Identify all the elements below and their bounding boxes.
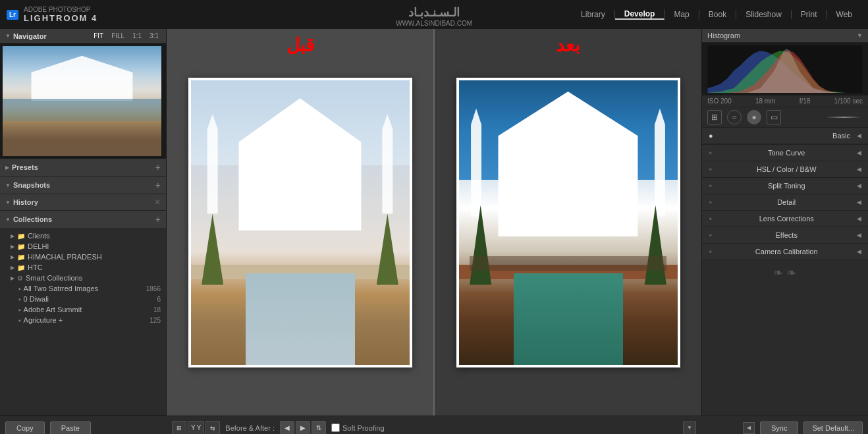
set-defaults-button[interactable]: Set Default... [803, 421, 863, 435]
soft-proofing-checkbox[interactable] [331, 423, 340, 432]
basic-arrow: ◀ [857, 132, 861, 139]
ba-prev-button[interactable]: ◀ [280, 421, 294, 435]
collections-list: ▶ 📁 Clients ▶ 📁 DELHI ▶ 📁 HIMACHAL PRADE… [0, 228, 166, 328]
presets-header[interactable]: ▶ Presets + [0, 159, 166, 176]
list-item[interactable]: ▪ Agricuture + 125 [0, 315, 166, 325]
item-count: 125 [149, 317, 161, 324]
dropdown-arrow-icon: ▼ [687, 425, 692, 431]
list-item[interactable]: ▪ All Two Satrred Images 1866 [0, 283, 166, 294]
split-toning-title: Split Toning [768, 182, 805, 190]
item-arrow: ▶ [11, 233, 14, 239]
item-label: Agricuture + [24, 316, 148, 324]
effects-header[interactable]: ● Effects ◀ [702, 227, 868, 243]
presets-add[interactable]: + [155, 162, 161, 173]
before-pane: قبل [167, 29, 435, 416]
tone-curve-header[interactable]: ● Tone Curve ◀ [702, 145, 868, 161]
yy-indicator: Y Y [188, 421, 204, 435]
brush-tool[interactable]: ▭ [767, 110, 781, 124]
list-item[interactable]: ▪ Adobe Art Summit 18 [0, 304, 166, 315]
item-label: DELHI [28, 242, 161, 250]
detail-dot: ● [709, 199, 712, 205]
smart-folder-icon: ⚙ [17, 275, 23, 282]
snapshots-header[interactable]: ▼ Snapshots + [0, 176, 166, 194]
nav-book[interactable]: Book [699, 10, 736, 19]
tool-row: ⊞ ○ ● ▭ [702, 107, 868, 128]
item-count: 1866 [146, 285, 161, 292]
develop-panels: ● Basic ◀ ● Tone Curve ◀ ● HSL / Color /… [702, 128, 868, 416]
nav-print[interactable]: Print [792, 10, 827, 19]
camera-calibration-header[interactable]: ● Camera Calibration ◀ [702, 244, 868, 259]
history-header[interactable]: ▼ History ✕ [0, 194, 166, 210]
shutter-value: 1/100 sec [834, 97, 863, 105]
mm-value: 18 mm [755, 97, 776, 105]
collections-add[interactable]: + [155, 214, 161, 225]
grid-view-icon[interactable]: ⊞ [172, 421, 186, 435]
dropdown-button[interactable]: ▼ [683, 421, 696, 435]
histogram-title: Histogram [707, 32, 740, 40]
camera-calibration-title: Camera Calibration [755, 248, 818, 256]
decorative-ornament: ❧ ❧ [702, 260, 868, 285]
lens-dot: ● [709, 215, 712, 222]
spot-heal-tool[interactable]: ○ [727, 110, 742, 124]
list-item[interactable]: ▶ 📁 HTC [0, 262, 166, 273]
list-item[interactable]: ▶ 📁 HIMACHAL PRADESH [0, 252, 166, 262]
redeye-tool[interactable]: ● [747, 110, 761, 124]
item-label: HIMACHAL PRADESH [28, 253, 161, 261]
list-item[interactable]: ▪ 0 Diwali 6 [0, 294, 166, 304]
basic-header[interactable]: ● Basic ◀ [702, 128, 868, 144]
presets-arrow: ▶ [5, 165, 9, 171]
zoom-fill[interactable]: FILL [109, 32, 126, 40]
effects-arrow: ◀ [857, 232, 861, 238]
camera-calibration-section: ● Camera Calibration ◀ [702, 244, 868, 260]
split-toning-header[interactable]: ● Split Toning ◀ [702, 178, 868, 194]
ba-next-button[interactable]: ▶ [296, 421, 310, 435]
copy-button[interactable]: Copy [5, 421, 45, 435]
collections-arrow-icon: ▼ [5, 217, 11, 223]
nav-develop[interactable]: Develop [615, 9, 665, 20]
paste-button[interactable]: Paste [50, 421, 91, 435]
app-title: ADOBE PHOTOSHOP LIGHTROOM 4 [24, 6, 97, 23]
item-arrow: ▶ [11, 244, 14, 250]
item-label: All Two Satrred Images [24, 285, 144, 292]
lens-corrections-header[interactable]: ● Lens Corrections ◀ [702, 211, 868, 227]
folder-icon: 📁 [17, 254, 25, 261]
panel-toggle-left[interactable]: ◀ [743, 422, 755, 434]
ba-swap-button[interactable]: ⇅ [312, 421, 326, 435]
sync-button[interactable]: Sync [760, 421, 798, 435]
history-close[interactable]: ✕ [154, 198, 161, 207]
navigator-header: ▼ Navigator FIT FILL 1:1 3:1 [0, 29, 166, 43]
split-toning-arrow: ◀ [857, 182, 861, 189]
nav-web[interactable]: Web [827, 10, 861, 19]
presets-title: Presets [12, 163, 38, 171]
main-layout: ▼ Navigator FIT FILL 1:1 3:1 ▶ P [0, 29, 868, 416]
zoom-3-1[interactable]: 3:1 [148, 32, 161, 40]
list-item[interactable]: ▶ 📁 DELHI [0, 241, 166, 252]
image-area: قبل [167, 29, 701, 416]
logo-area: Lr ADOBE PHOTOSHOP LIGHTROOM 4 [7, 6, 97, 23]
item-count: 18 [153, 306, 161, 313]
lens-corrections-arrow: ◀ [857, 215, 861, 222]
list-item[interactable]: ▶ ⚙ Smart Collections [0, 273, 166, 283]
lens-corrections-title: Lens Corrections [759, 215, 814, 223]
zoom-1-1[interactable]: 1:1 [130, 32, 144, 40]
crop-tool[interactable]: ⊞ [707, 110, 722, 124]
nav-map[interactable]: Map [665, 10, 699, 19]
list-item[interactable]: ▶ 📁 Clients [0, 231, 166, 241]
item-arrow: ▶ [11, 254, 14, 260]
hsl-arrow: ◀ [857, 166, 861, 173]
zoom-fit[interactable]: FIT [92, 32, 105, 40]
ba-label: Before & After : [225, 424, 275, 432]
center-area: قبل [167, 29, 701, 416]
view-icons: ⊞ Y Y ⇆ [172, 421, 220, 435]
collections-header[interactable]: ▼ Collections + [0, 211, 166, 228]
collection-icon: ▪ [18, 306, 21, 313]
snapshots-add[interactable]: + [155, 180, 161, 190]
hsl-title: HSL / Color / B&W [757, 165, 817, 173]
hsl-section: ● HSL / Color / B&W ◀ [702, 161, 868, 178]
detail-header[interactable]: ● Detail ◀ [702, 194, 868, 210]
swap-view-icon[interactable]: ⇆ [205, 421, 220, 435]
ba-arrows: ◀ ▶ ⇅ [280, 421, 326, 435]
nav-library[interactable]: Library [572, 10, 615, 19]
nav-slideshow[interactable]: Slideshow [736, 10, 792, 19]
hsl-header[interactable]: ● HSL / Color / B&W ◀ [702, 161, 868, 177]
